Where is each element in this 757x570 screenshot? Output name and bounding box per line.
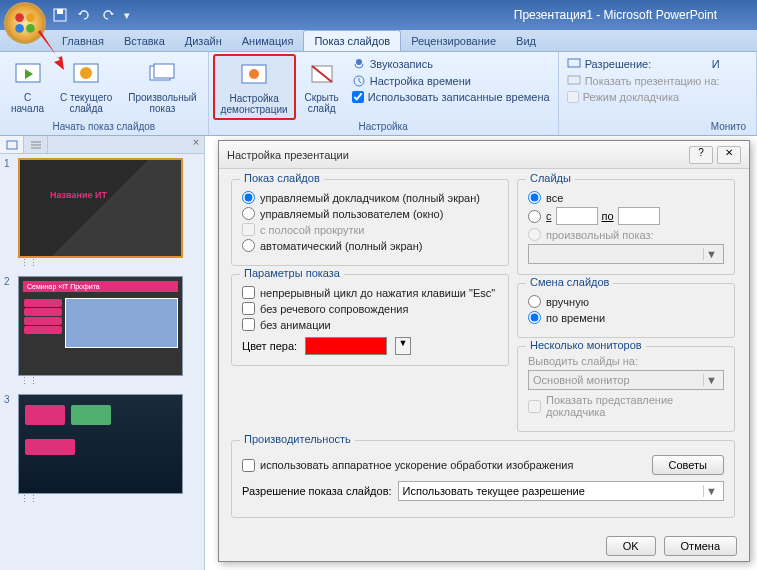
slide-panel-tabs: × — [0, 136, 204, 154]
redo-icon[interactable] — [100, 7, 116, 23]
slide-panel: × 1 Название ИТ ⋮⋮ 2 Семинар «IT Профита — [0, 136, 205, 570]
presenter-view-checkbox: Показать представление докладчика — [528, 394, 724, 418]
custom-show-select: ▼ — [528, 244, 724, 264]
anim-icon: ⋮⋮ — [20, 376, 183, 386]
show-type-fieldset: Показ слайдов управляемый докладчиком (п… — [231, 179, 509, 266]
ribbon-group-monitor: Разрешение:И Показать презентацию на: Ре… — [559, 52, 757, 135]
svg-rect-10 — [154, 64, 174, 78]
svg-point-8 — [80, 67, 92, 79]
type-speaker-radio[interactable]: управляемый докладчиком (полный экран) — [242, 191, 498, 204]
cancel-button[interactable]: Отмена — [664, 536, 737, 556]
pen-color-dropdown[interactable]: ▼ — [395, 337, 411, 355]
thumb-row: 2 Семинар «IT Профита ⋮⋮ — [4, 276, 200, 386]
record-narration-button[interactable]: Звукозапись — [350, 56, 552, 72]
clock-icon — [352, 74, 366, 88]
pen-color-row: Цвет пера: ▼ — [242, 337, 498, 355]
tab-animation[interactable]: Анимация — [232, 31, 304, 51]
advance-timings-radio[interactable]: по времени — [528, 311, 724, 324]
mic-icon — [352, 57, 366, 71]
slides-to-input[interactable] — [618, 207, 660, 225]
svg-point-15 — [356, 59, 362, 65]
loop-checkbox[interactable]: непрерывный цикл до нажатия клавиши "Esc… — [242, 286, 498, 299]
monitor2-icon — [567, 74, 581, 88]
dialog-close-button[interactable]: ✕ — [717, 146, 741, 164]
type-browsed-radio[interactable]: управляемый пользователем (окно) — [242, 207, 498, 220]
anim-icon: ⋮⋮ — [20, 494, 183, 504]
performance-fieldset: Производительность использовать аппаратн… — [231, 440, 735, 518]
dialog-body: Показ слайдов управляемый докладчиком (п… — [219, 169, 749, 536]
ribbon-tabs: Главная Вставка Дизайн Анимация Показ сл… — [0, 30, 757, 52]
chevron-down-icon: ▼ — [703, 374, 719, 386]
tab-view[interactable]: Вид — [506, 31, 546, 51]
rehearse-timings-button[interactable]: Настройка времени — [350, 73, 552, 89]
quick-access-toolbar: ▾ — [52, 7, 130, 23]
ribbon-group-setup: Настройка демонстрации Скрыть слайд Звук… — [209, 52, 559, 135]
ribbon: С начала С текущего слайда Произвольный … — [0, 52, 757, 136]
save-icon[interactable] — [52, 7, 68, 23]
hw-accel-checkbox[interactable]: использовать аппаратное ускорение обрабо… — [242, 459, 646, 472]
slides-from-input[interactable] — [556, 207, 598, 225]
no-animation-checkbox[interactable]: без анимации — [242, 318, 498, 331]
svg-rect-17 — [568, 59, 580, 67]
outline-tab-icon — [30, 140, 42, 150]
svg-point-12 — [249, 69, 259, 79]
pen-color-swatch[interactable] — [305, 337, 387, 355]
svg-rect-5 — [57, 9, 63, 14]
svg-rect-19 — [7, 141, 17, 149]
svg-point-0 — [15, 13, 24, 22]
monitor-icon — [567, 57, 581, 71]
slides-tab[interactable] — [0, 136, 24, 153]
dialog-footer: OK Отмена — [219, 536, 749, 566]
options-fieldset: Параметры показа непрерывный цикл до наж… — [231, 274, 509, 366]
hide-icon — [308, 62, 336, 86]
panel-close-icon[interactable]: × — [188, 136, 204, 153]
resolution-row: Разрешение:И — [565, 56, 722, 72]
play-current-icon — [72, 62, 100, 86]
hide-slide-button[interactable]: Скрыть слайд — [298, 54, 346, 118]
tips-button[interactable]: Советы — [652, 455, 724, 475]
show-on-row: Показать презентацию на: — [565, 73, 722, 89]
custom-show-button[interactable]: Произвольный показ — [121, 54, 203, 118]
setup-dialog: Настройка презентации ? ✕ Показ слайдов … — [218, 140, 750, 562]
setup-icon — [240, 63, 268, 87]
scrollbar-checkbox: с полосой прокрутки — [242, 223, 498, 236]
slide-thumb-3[interactable] — [18, 394, 183, 494]
tab-review[interactable]: Рецензирование — [401, 31, 506, 51]
presenter-view-checkbox: Режим докладчика — [565, 90, 722, 104]
monitors-fieldset: Несколько мониторов Выводить слайды на: … — [517, 346, 735, 432]
ribbon-monitor-options: Разрешение:И Показать презентацию на: Ре… — [563, 54, 724, 106]
outline-tab[interactable] — [24, 136, 48, 153]
annotation-arrow-icon — [30, 28, 70, 72]
dialog-help-button[interactable]: ? — [689, 146, 713, 164]
tab-design[interactable]: Дизайн — [175, 31, 232, 51]
setup-show-button[interactable]: Настройка демонстрации — [213, 54, 296, 120]
slide-thumb-1[interactable]: Название ИТ — [18, 158, 183, 258]
tab-slideshow[interactable]: Показ слайдов — [303, 30, 401, 51]
slides-range-radio[interactable]: с — [528, 210, 552, 223]
title-bar: ▾ Презентация1 - Microsoft PowerPoint — [0, 0, 757, 30]
ok-button[interactable]: OK — [606, 536, 656, 556]
thumb-row: 1 Название ИТ ⋮⋮ — [4, 158, 200, 268]
thumbnail-list: 1 Название ИТ ⋮⋮ 2 Семинар «IT Профита — [0, 154, 204, 516]
tab-insert[interactable]: Вставка — [114, 31, 175, 51]
use-timings-checkbox[interactable]: Использовать записанные времена — [350, 90, 552, 104]
slide-thumb-2[interactable]: Семинар «IT Профита — [18, 276, 183, 376]
monitor-select: Основной монитор▼ — [528, 370, 724, 390]
undo-icon[interactable] — [76, 7, 92, 23]
custom-show-radio: произвольный показ: — [528, 228, 724, 241]
ribbon-setup-options: Звукозапись Настройка времени Использова… — [348, 54, 554, 106]
advance-manual-radio[interactable]: вручную — [528, 295, 724, 308]
type-kiosk-radio[interactable]: автоматический (полный экран) — [242, 239, 498, 252]
resolution-select[interactable]: Использовать текущее разрешение▼ — [398, 481, 724, 501]
thumb-row: 3 ⋮⋮ — [4, 394, 200, 504]
dialog-title: Настройка презентации — [227, 149, 685, 161]
slides-fieldset: Слайды все с по произвольный показ: ▼ — [517, 179, 735, 275]
svg-point-1 — [26, 13, 35, 22]
slides-tab-icon — [6, 140, 18, 150]
svg-point-2 — [15, 24, 24, 33]
slides-all-radio[interactable]: все — [528, 191, 724, 204]
svg-rect-18 — [568, 76, 580, 84]
anim-icon: ⋮⋮ — [20, 258, 183, 268]
no-narration-checkbox[interactable]: без речевого сопровождения — [242, 302, 498, 315]
qat-dropdown-icon[interactable]: ▾ — [124, 9, 130, 22]
